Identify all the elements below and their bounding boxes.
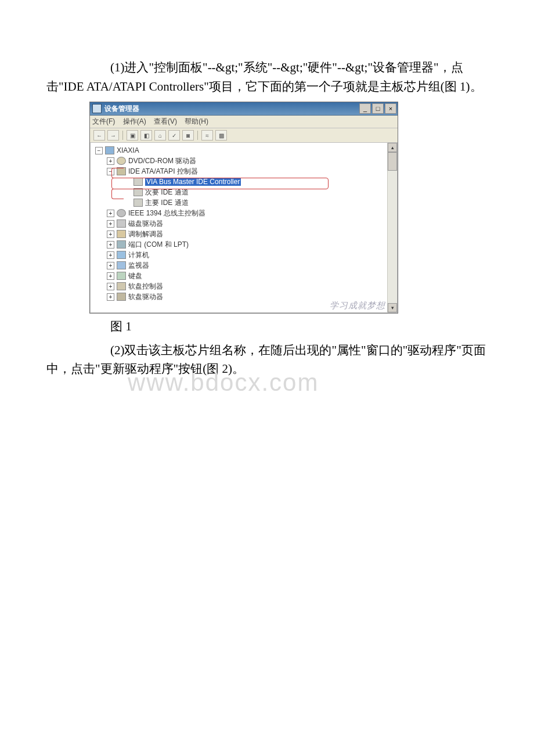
ide-icon <box>117 167 126 175</box>
toolbar-forward-icon[interactable]: → <box>107 130 119 141</box>
toolbar-back-icon[interactable]: ← <box>93 130 105 141</box>
tree-item-secondary-ide[interactable]: 次要 IDE 通道 <box>134 187 396 197</box>
menu-view[interactable]: 查看(V) <box>154 117 177 125</box>
menu-action[interactable]: 操作(A) <box>123 117 146 125</box>
caption-text: 图 1 <box>110 319 132 333</box>
collapse-icon[interactable]: − <box>107 168 114 175</box>
expand-icon[interactable]: + <box>107 283 114 290</box>
tree-item-ide[interactable]: − IDE ATA/ATAPI 控制器 <box>107 166 396 177</box>
tree-item-monitor[interactable]: + 监视器 <box>107 260 396 271</box>
toolbar-separator <box>197 131 198 140</box>
tree-item-floppy-controller[interactable]: + 软盘控制器 <box>107 281 396 291</box>
paragraph-1-text: (1)进入"控制面板"--&gt;"系统"--&gt;"硬件"--&gt;"设备… <box>46 60 482 93</box>
tree-item-port[interactable]: + 端口 (COM 和 LPT) <box>107 239 396 250</box>
paragraph-2: (2)双击该主板芯片组名称，在随后出现的"属性"窗口的"驱动程序"页面中，点击"… <box>46 341 488 379</box>
tree-item-label: 主要 IDE 通道 <box>145 198 189 208</box>
tree-item-label: 软盘驱动器 <box>128 292 163 302</box>
expand-icon[interactable]: + <box>107 251 114 259</box>
titlebar: 设备管理器 _ □ × <box>90 102 398 116</box>
monitor-icon <box>117 261 126 269</box>
floppy-controller-icon <box>117 282 126 290</box>
dvd-icon <box>117 157 126 165</box>
tree-item-keyboard[interactable]: + 键盘 <box>107 271 396 281</box>
expand-icon[interactable]: + <box>107 210 114 217</box>
computer-icon <box>105 146 114 154</box>
expand-icon[interactable]: + <box>107 272 114 280</box>
port-icon <box>117 240 126 249</box>
keyboard-icon <box>117 272 126 280</box>
toolbar: ← → ▣ ◧ ⌂ ✓ ◙ ≈ ▩ <box>90 128 398 143</box>
toolbar-print-icon[interactable]: ⌂ <box>154 130 166 141</box>
figure-caption-1: 图 1 <box>46 317 488 336</box>
tree-item-label: 调制解调器 <box>128 229 163 239</box>
device-icon <box>134 178 143 186</box>
tree-item-label: 端口 (COM 和 LPT) <box>128 240 189 250</box>
tree-item-label: 键盘 <box>128 271 142 281</box>
toolbar-check-icon[interactable]: ✓ <box>168 130 180 141</box>
floppy-drive-icon <box>117 293 126 301</box>
toolbar-view-icon[interactable]: ▣ <box>127 130 138 141</box>
window-title: 设备管理器 <box>104 104 359 114</box>
expand-icon[interactable]: + <box>107 293 114 301</box>
scroll-thumb[interactable] <box>388 152 397 171</box>
tree-item-label: 软盘控制器 <box>128 282 163 291</box>
menubar: 文件(F) 操作(A) 查看(V) 帮助(H) <box>90 116 398 128</box>
device-icon <box>134 199 143 207</box>
tree-item-label: IEEE 1394 总线主控制器 <box>128 208 205 218</box>
device-manager-window: 设备管理器 _ □ × 文件(F) 操作(A) 查看(V) 帮助(H) ← → … <box>89 102 398 314</box>
paragraph-2-text: (2)双击该主板芯片组名称，在随后出现的"属性"窗口的"驱动程序"页面中，点击"… <box>46 343 486 376</box>
tree-item-label: 计算机 <box>128 250 149 260</box>
toolbar-extra1-icon[interactable]: ≈ <box>201 130 213 141</box>
tree-item-1394[interactable]: + IEEE 1394 总线主控制器 <box>107 208 396 218</box>
bottom-watermark: 学习成就梦想 <box>330 300 385 311</box>
tree-view[interactable]: − XIAXIA + DVD/CD-ROM 驱动器 − IDE ATA/ATAP… <box>90 143 398 313</box>
maximize-button[interactable]: □ <box>372 103 384 114</box>
scrollbar[interactable]: ▴ ▾ <box>387 143 397 312</box>
tree-root[interactable]: − XIAXIA <box>95 145 396 156</box>
ieee1394-icon <box>117 209 126 217</box>
expand-icon[interactable]: + <box>107 220 114 228</box>
menu-help[interactable]: 帮助(H) <box>185 117 208 125</box>
window-buttons: _ □ × <box>359 103 396 114</box>
disk-icon <box>117 219 126 228</box>
computer-node-icon <box>117 251 126 259</box>
tree-item-label: DVD/CD-ROM 驱动器 <box>128 156 196 166</box>
tree-root-label: XIAXIA <box>117 146 139 154</box>
close-button[interactable]: × <box>385 103 396 114</box>
app-icon <box>92 104 102 113</box>
tree-item-label: 磁盘驱动器 <box>128 219 163 229</box>
expand-icon[interactable]: + <box>107 231 114 238</box>
scroll-up-icon[interactable]: ▴ <box>388 143 397 152</box>
tree-item-disk[interactable]: + 磁盘驱动器 <box>107 218 396 229</box>
menu-file[interactable]: 文件(F) <box>92 117 115 125</box>
expand-icon[interactable]: + <box>107 241 114 249</box>
paragraph-1: (1)进入"控制面板"--&gt;"系统"--&gt;"硬件"--&gt;"设备… <box>46 58 488 96</box>
document-page: (1)进入"控制面板"--&gt;"系统"--&gt;"硬件"--&gt;"设备… <box>0 0 534 756</box>
expand-icon[interactable]: + <box>107 157 114 165</box>
device-icon <box>134 188 143 196</box>
tree-item-computer[interactable]: + 计算机 <box>107 250 396 260</box>
scroll-down-icon[interactable]: ▾ <box>388 303 397 312</box>
tree-item-via[interactable]: VIA Bus Master IDE Controller <box>134 177 396 187</box>
tree-item-primary-ide[interactable]: 主要 IDE 通道 <box>134 197 396 208</box>
expand-icon[interactable]: + <box>107 262 114 269</box>
tree-item-dvd[interactable]: + DVD/CD-ROM 驱动器 <box>107 156 396 166</box>
collapse-icon[interactable]: − <box>95 147 103 154</box>
tree-item-label-selected: VIA Bus Master IDE Controller <box>145 178 241 186</box>
tree-item-modem[interactable]: + 调制解调器 <box>107 229 396 239</box>
minimize-button[interactable]: _ <box>359 103 371 114</box>
toolbar-extra2-icon[interactable]: ▩ <box>215 130 227 141</box>
tree-item-label: 次要 IDE 通道 <box>145 188 189 197</box>
toolbar-scan-icon[interactable]: ◙ <box>182 130 194 141</box>
modem-icon <box>117 230 126 238</box>
toolbar-properties-icon[interactable]: ◧ <box>140 130 152 141</box>
tree-item-label: IDE ATA/ATAPI 控制器 <box>128 167 198 177</box>
tree-item-label: 监视器 <box>128 261 149 271</box>
toolbar-separator <box>122 131 123 140</box>
